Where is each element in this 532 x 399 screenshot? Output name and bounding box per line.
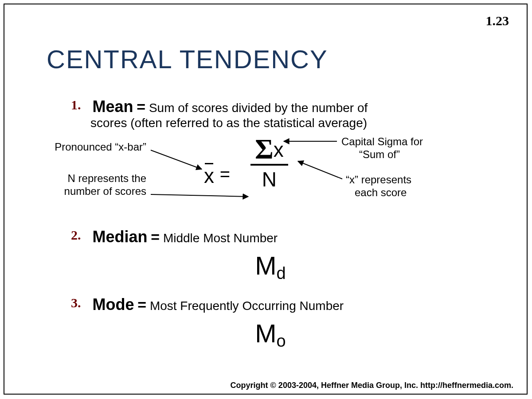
annotation-sigma: Capital Sigma for “Sum of” xyxy=(341,136,423,161)
formula-fraction: Σx N xyxy=(250,136,288,191)
mode-symbol: Mo xyxy=(137,318,403,351)
mean-description-line1: Sum of scores divided by the number of xyxy=(149,101,368,115)
svg-line-0 xyxy=(151,150,202,169)
mode-description: Most Frequently Occurring Number xyxy=(150,299,344,313)
equals-sign: = xyxy=(137,296,146,313)
svg-line-3 xyxy=(298,161,342,179)
annotation-x-line2: each score xyxy=(346,186,407,198)
annotation-x-line1: “x” represents xyxy=(346,174,411,186)
annotation-xbar: Pronounced “x-bar” xyxy=(31,141,146,154)
slide-number: 1.23 xyxy=(486,13,509,28)
item-number: 1. xyxy=(71,97,90,112)
content-list: 1. Mean = Sum of scores divided by the n… xyxy=(71,97,488,363)
median-description: Middle Most Number xyxy=(163,231,278,245)
slide-frame: 1.23 CENTRAL TENDENCY 1. Mean = Sum of s… xyxy=(4,4,528,395)
copyright-line: Copyright © 2003-2004, Heffner Media Gro… xyxy=(231,381,513,390)
formula-lhs: x = xyxy=(204,164,230,188)
svg-line-1 xyxy=(151,194,248,197)
formula-xbar: x xyxy=(204,164,214,188)
list-item-median: 2. Median = Middle Most Number xyxy=(71,228,488,246)
annotation-N-line2: number of scores xyxy=(64,185,146,197)
list-item-mode: 3. Mode = Most Frequently Occurring Numb… xyxy=(71,295,488,314)
term-mean: Mean xyxy=(92,97,133,116)
mean-description-line2: scores (often referred to as the statist… xyxy=(90,116,488,130)
term-median: Median xyxy=(92,228,147,246)
equals-sign: = xyxy=(151,229,160,245)
equals-sign: = xyxy=(137,98,145,115)
median-symbol: Md xyxy=(137,251,403,283)
mean-formula-diagram: Pronounced “x-bar” N represents the numb… xyxy=(71,135,488,228)
formula-equals: = xyxy=(220,164,230,184)
formula-N: N xyxy=(250,167,288,191)
annotation-N: N represents the number of scores xyxy=(31,172,146,198)
annotation-sigma-line2: “Sum of” xyxy=(341,148,400,160)
median-symbol-sub: d xyxy=(277,264,286,283)
item-number: 2. xyxy=(71,228,90,243)
mode-symbol-sub: o xyxy=(277,332,286,350)
annotation-sigma-line1: Capital Sigma for xyxy=(341,136,423,147)
item-number: 3. xyxy=(71,295,90,310)
mode-symbol-main: M xyxy=(255,319,276,348)
annotation-x: “x” represents each score xyxy=(346,174,411,199)
slide-title: CENTRAL TENDENCY xyxy=(47,44,328,74)
median-symbol-main: M xyxy=(255,251,276,280)
term-mode: Mode xyxy=(92,295,134,314)
list-item-mean: 1. Mean = Sum of scores divided by the n… xyxy=(71,97,488,130)
annotation-N-line1: N represents the xyxy=(68,172,146,184)
formula-x: x xyxy=(274,138,284,161)
formula-sigma: Σ xyxy=(255,133,274,165)
